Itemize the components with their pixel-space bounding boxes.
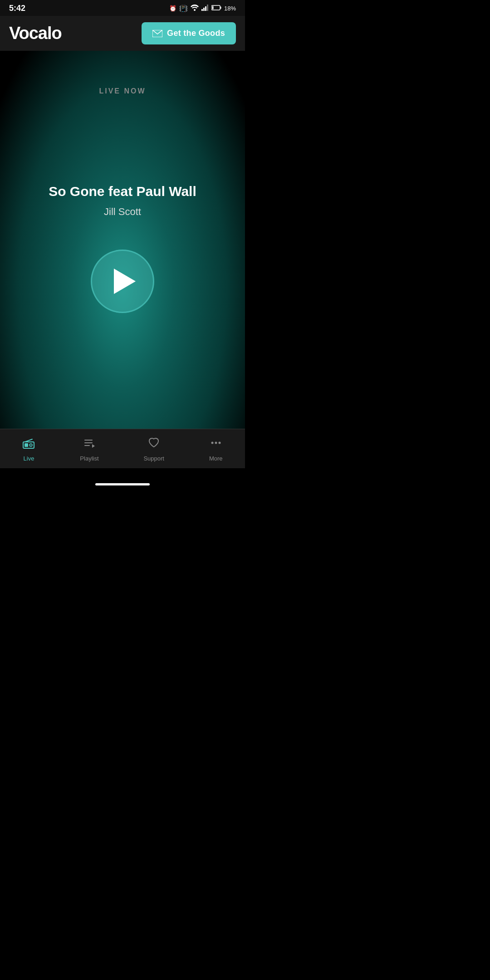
- svg-rect-7: [212, 6, 213, 10]
- heart-icon: [147, 436, 160, 452]
- battery-icon: [211, 5, 221, 12]
- nav-item-playlist[interactable]: Playlist: [80, 436, 98, 462]
- nav-item-live[interactable]: Live: [22, 436, 35, 462]
- vibrate-icon: 📳: [179, 5, 188, 13]
- svg-rect-3: [205, 6, 206, 11]
- nav-label-playlist: Playlist: [80, 455, 98, 462]
- radio-icon: [22, 436, 35, 452]
- play-button[interactable]: [91, 250, 154, 313]
- nav-item-support[interactable]: Support: [143, 436, 164, 462]
- home-indicator: [95, 483, 150, 485]
- signal-icon: [201, 5, 209, 12]
- svg-point-0: [194, 9, 196, 11]
- nav-label-support: Support: [143, 455, 164, 462]
- svg-point-20: [218, 442, 220, 444]
- play-icon: [114, 269, 136, 294]
- song-info: So Gone feat Paul Wall Jill Scott: [49, 183, 196, 218]
- live-now-label: LIVE NOW: [99, 87, 146, 95]
- svg-point-12: [30, 445, 31, 446]
- wifi-icon: [191, 5, 199, 12]
- svg-rect-1: [201, 9, 203, 11]
- status-time: 5:42: [9, 4, 25, 13]
- bottom-nav: Live Playlist Support: [0, 429, 245, 468]
- svg-rect-6: [220, 7, 221, 9]
- nav-label-more: More: [209, 455, 223, 462]
- svg-marker-17: [92, 444, 95, 448]
- status-bar: 5:42 ⏰ 📳: [0, 0, 245, 16]
- app-logo: Vocalo: [9, 24, 62, 43]
- status-icons: ⏰ 📳 18%: [169, 5, 236, 13]
- main-player-area: LIVE NOW So Gone feat Paul Wall Jill Sco…: [0, 51, 245, 446]
- battery-percent: 18%: [224, 5, 236, 12]
- svg-rect-4: [207, 5, 208, 11]
- nav-label-live: Live: [24, 455, 34, 462]
- svg-rect-2: [203, 8, 205, 11]
- alarm-icon: ⏰: [169, 5, 176, 12]
- header: Vocalo Get the Goods: [0, 16, 245, 51]
- svg-point-18: [211, 442, 213, 444]
- nav-item-more[interactable]: More: [209, 436, 223, 462]
- svg-rect-10: [24, 443, 28, 447]
- song-artist: Jill Scott: [49, 206, 196, 218]
- more-icon: [210, 436, 222, 452]
- song-title: So Gone feat Paul Wall: [49, 183, 196, 200]
- get-goods-label: Get the Goods: [167, 29, 225, 38]
- get-goods-button[interactable]: Get the Goods: [142, 22, 236, 44]
- envelope-icon: [152, 30, 162, 37]
- playlist-icon: [83, 436, 96, 452]
- svg-point-19: [215, 442, 217, 444]
